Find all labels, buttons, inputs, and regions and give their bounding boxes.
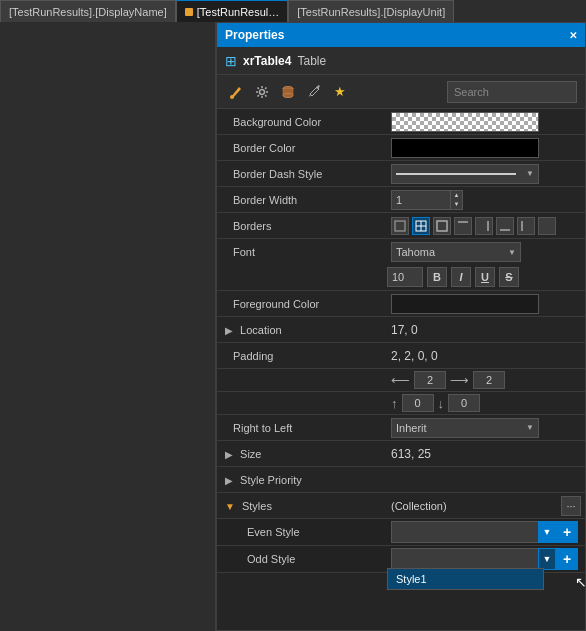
italic-btn[interactable]: I [451, 267, 471, 287]
border-icon-none[interactable] [538, 217, 556, 235]
dash-dropdown[interactable]: ▼ [391, 164, 539, 184]
foreground-color-value[interactable] [387, 292, 585, 316]
bold-btn[interactable]: B [427, 267, 447, 287]
styles-arrow[interactable]: ▼ [225, 501, 235, 512]
right-to-left-value[interactable]: Inherit ▼ [387, 416, 585, 440]
right-to-left-dropdown[interactable]: Inherit ▼ [391, 418, 539, 438]
padding-label: Padding [217, 347, 387, 365]
size-value-text: 613, 25 [391, 447, 431, 461]
padding-row: Padding 2, 2, 0, 0 [217, 343, 585, 369]
db-btn[interactable] [277, 81, 299, 103]
border-dash-style-value[interactable]: ▼ [387, 162, 585, 186]
location-row: ▶ Location 17, 0 [217, 317, 585, 343]
style-priority-arrow[interactable]: ▶ [225, 475, 233, 486]
border-icon-bottom[interactable] [496, 217, 514, 235]
background-color-swatch[interactable] [391, 112, 539, 132]
odd-style-arrow-btn[interactable]: ▼ [538, 548, 556, 570]
size-arrow[interactable]: ▶ [225, 449, 233, 460]
tab-3-label: [TestRunResults].[DisplayUnit] [297, 6, 445, 18]
location-arrow[interactable]: ▶ [225, 325, 233, 336]
style-priority-label-text: Style Priority [240, 474, 302, 486]
padding-tb-controls: ↑ ↓ [387, 392, 585, 414]
star-btn[interactable]: ★ [329, 81, 351, 103]
tab-1-label: [TestRunResults].[DisplayName] [9, 6, 167, 18]
even-style-input[interactable] [391, 521, 538, 543]
tab-2[interactable]: [TestRunResul… [176, 0, 289, 22]
svg-point-4 [283, 93, 293, 97]
close-icon[interactable]: ✕ [569, 30, 577, 41]
odd-style-add-btn[interactable]: + [556, 548, 578, 570]
padding-value: 2, 2, 0, 0 [387, 347, 585, 365]
border-dash-style-label: Border Dash Style [217, 165, 387, 183]
border-width-input[interactable] [391, 190, 451, 210]
foreground-color-label: Foreground Color [217, 295, 387, 313]
styles-dots-btn[interactable]: ··· [561, 496, 581, 516]
even-style-arrow-btn[interactable]: ▼ [538, 521, 556, 543]
odd-style-dropdown-popup: Style1 [387, 568, 544, 590]
background-color-value[interactable] [387, 110, 585, 134]
border-icon-right[interactable] [475, 217, 493, 235]
padding-right-input[interactable] [473, 371, 505, 389]
style-priority-value [387, 478, 585, 482]
svg-rect-6 [395, 221, 405, 231]
border-width-row: Border Width ▲ ▼ [217, 187, 585, 213]
svg-point-1 [260, 89, 265, 94]
padding-arrows-row1: ⟵ ⟶ [217, 369, 585, 392]
toolbar: ★ [217, 75, 585, 109]
font-dropdown-wrapper[interactable]: Tahoma ▼ [387, 240, 585, 264]
search-input[interactable] [447, 81, 577, 103]
odd-style-input[interactable] [391, 548, 538, 570]
border-icon-left[interactable] [517, 217, 535, 235]
padding-bottom-input[interactable] [448, 394, 480, 412]
tab-1[interactable]: [TestRunResults].[DisplayName] [0, 0, 176, 22]
background-color-row: Background Color [217, 109, 585, 135]
strikethrough-btn[interactable]: S [499, 267, 519, 287]
size-row: ▶ Size 613, 25 [217, 441, 585, 467]
border-icon-inside[interactable] [412, 217, 430, 235]
padding-top-input[interactable] [402, 394, 434, 412]
border-width-up[interactable]: ▲ [451, 191, 462, 200]
styles-label: ▼ Styles [217, 497, 387, 515]
borders-value [387, 215, 585, 237]
grid-icon: ⊞ [225, 53, 237, 69]
foreground-color-row: Foreground Color [217, 291, 585, 317]
styles-collection-text: (Collection) [391, 500, 447, 512]
border-color-value[interactable] [387, 136, 585, 160]
location-label-text: Location [240, 324, 282, 336]
border-icon-all[interactable] [391, 217, 409, 235]
border-width-spinners: ▲ ▼ [451, 190, 463, 210]
gear-btn[interactable] [251, 81, 273, 103]
even-style-row: Even Style ▼ + [217, 519, 585, 546]
tool-btn[interactable] [303, 81, 325, 103]
padding-lr-controls: ⟵ ⟶ [387, 369, 585, 391]
border-icon-top[interactable] [454, 217, 472, 235]
border-width-value[interactable]: ▲ ▼ [387, 188, 585, 212]
size-label: ▶ Size [217, 445, 387, 463]
underline-btn[interactable]: U [475, 267, 495, 287]
left-arrow-icon: ⟵ [391, 373, 410, 388]
object-name: xrTable4 [243, 54, 291, 68]
border-color-swatch[interactable] [391, 138, 539, 158]
odd-style-value[interactable]: ▼ + Style1 ↖ [387, 546, 585, 572]
border-width-down[interactable]: ▼ [451, 200, 462, 209]
foreground-color-swatch[interactable] [391, 294, 539, 314]
panel-title: Properties [225, 28, 284, 42]
background-color-label: Background Color [217, 113, 387, 131]
even-style-add-btn[interactable]: + [556, 521, 578, 543]
paint-btn[interactable] [225, 81, 247, 103]
font-label: Font [217, 243, 387, 261]
tab-3[interactable]: [TestRunResults].[DisplayUnit] [288, 0, 454, 22]
border-icon-outer[interactable] [433, 217, 451, 235]
font-dropdown[interactable]: Tahoma ▼ [391, 242, 521, 262]
font-size-input[interactable] [387, 267, 423, 287]
border-width-label: Border Width [217, 191, 387, 209]
odd-style-input-row: ▼ + [391, 548, 578, 570]
right-to-left-row: Right to Left Inherit ▼ [217, 415, 585, 441]
properties-panel: Properties ✕ ⊞ xrTable4 Table ★ [216, 22, 586, 631]
odd-style-option-style1[interactable]: Style1 [388, 569, 543, 589]
even-style-value[interactable]: ▼ + [387, 519, 585, 545]
styles-value: (Collection) ··· [387, 494, 585, 518]
styles-label-text: Styles [242, 500, 272, 512]
size-label-text: Size [240, 448, 261, 460]
padding-left-input[interactable] [414, 371, 446, 389]
